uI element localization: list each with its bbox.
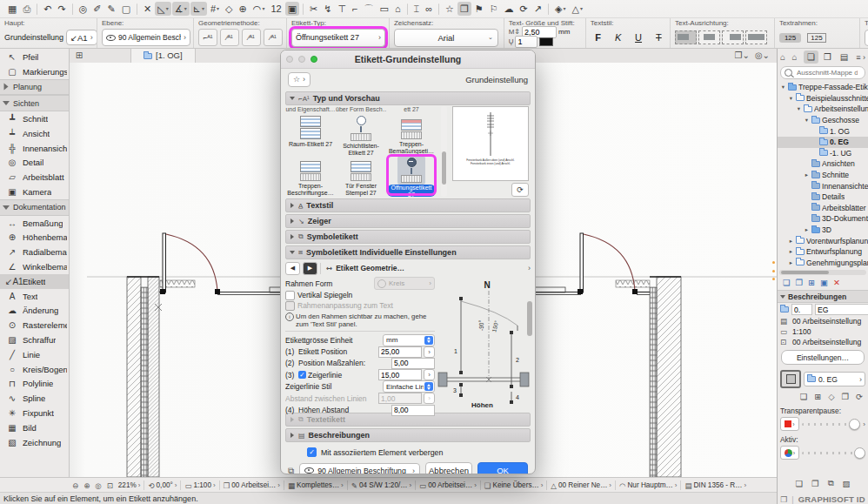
figure-12-icon[interactable]: 12 [268,2,284,16]
tool-winkelbemassung[interactable]: ∠Winkelbemaßung [0,259,69,274]
gravity-icon[interactable]: ⊕ [237,2,250,16]
tree-disclosure-icon[interactable]: ▸ [804,226,810,233]
etikett-typ-dropdown[interactable]: Öffnungsetikett 27› [291,29,385,47]
tool-pfeil[interactable]: ↖Pfeil [0,50,69,64]
align-right-button[interactable] [722,30,744,44]
corner-icon[interactable]: ⌐ [350,2,360,16]
snap-guides-icon[interactable]: ∡▾ [172,2,190,16]
toolbox-group-sichten[interactable]: Sichten [0,95,69,111]
tool-bemassung[interactable]: ↔Bemaßung [0,216,69,231]
quick-options-icon[interactable]: ⊞ [70,50,89,60]
camera-view-icon[interactable]: ◎⌄ [755,50,770,60]
tool-ansicht[interactable]: ┷Ansicht [0,126,69,141]
tool-linie[interactable]: ╱Linie [0,347,69,362]
save-icon[interactable]: ⎙ [20,2,33,16]
dialog-layer-dropdown[interactable]: 90 Allgemein Beschriftung› [299,463,420,475]
value-options-button[interactable]: › [424,369,435,380]
renovation-filter[interactable]: △00 Reiner Ne…› [548,481,614,490]
link-icon[interactable]: ∞ [423,2,435,16]
tree-horizontal-scrollbar[interactable] [779,270,866,275]
tool-fixpunkt[interactable]: ✳Fixpunkt [0,406,69,420]
textframe-on-button[interactable]: 125 [807,33,825,43]
align-justify-button[interactable] [745,30,767,44]
new-clone-folder-icon[interactable]: ⊞ [808,278,815,287]
active-story-dropdown[interactable]: 0. EG› [804,372,865,386]
shape-icon[interactable]: ◈▾ [552,2,568,16]
pen-set[interactable]: ✎04 S/W 1:20/…› [349,481,414,490]
graphic-override[interactable]: ❏Keine Übers…› [482,481,546,490]
nav-tab-project[interactable]: ⌂ [787,50,802,64]
tree-vorentwurfsplanung[interactable]: ▸Vorentwurfsplanung [778,235,868,246]
zeigerlinie-checkbox[interactable]: ✓ [298,371,306,379]
trace-toggle-button[interactable] [780,370,801,388]
flag-alt-icon[interactable]: ⚐ [487,2,501,16]
tree-geschosse[interactable]: ▾Geschosse [778,115,868,126]
type-grid-scrollbar[interactable] [441,106,447,197]
ok-button[interactable]: OK [477,462,528,474]
grid-snap-icon[interactable]: #▾ [208,2,222,16]
tool-etikett[interactable]: ↙A1Etikett [0,274,69,289]
favorites-apply-icon[interactable]: ▨ [842,479,850,488]
tree-arbeitseinstellung[interactable]: ▾Arbeitseinstellung [778,104,868,115]
pane-layout-icon[interactable]: ❐⌄ [735,50,750,60]
delete-icon[interactable]: ✕ [833,278,840,287]
search-input[interactable] [795,68,859,77]
geometry-method-4-button[interactable]: ∕ᴬ¹ [264,29,283,46]
new-viewpoint-icon[interactable]: ❐ [796,278,804,287]
copy-reference-icon[interactable]: ❐ [842,392,850,401]
next-page-button[interactable]: ▶ [303,262,317,275]
cloud-icon[interactable]: ☁ [502,2,517,16]
new-folder-icon[interactable]: ❏ [783,278,791,287]
hide-with-element-checkbox[interactable]: ✓ [307,447,317,457]
toolbox-group-planung[interactable]: Planung [0,79,69,96]
section-symboletikett-individuell[interactable]: ⧈ Symboletikett Individuelle Einstellung… [285,245,531,259]
zoom-out-icon[interactable]: ⊖ [70,481,81,490]
layer-combination[interactable]: ❒00 Arbeitsei…› [221,481,283,490]
beschreibungen-section-header[interactable]: Beschreibungen [778,290,868,303]
tree-beispielausschnitte[interactable]: ▾Beispielausschnitte [778,93,868,104]
tool-spline[interactable]: ∿Spline [0,391,69,406]
tree-0-eg[interactable]: 0. EG [778,137,868,148]
active-tool-button[interactable]: ↙A1› [66,30,97,45]
underline-button[interactable]: U [631,30,645,44]
section-textstil[interactable]: A̲ Textstil [285,198,531,212]
editing-plane-icon[interactable]: ◇ [223,2,235,16]
tool-radialbemassung[interactable]: ↗Radialbemaßung [0,245,69,259]
rotate-reference-icon[interactable]: ◇ [828,392,834,401]
refresh-reference-icon[interactable]: ⟳ [856,392,863,401]
tool-arbeitsblatt[interactable]: ▱Arbeitsblatt [0,170,69,185]
scissors-icon[interactable]: ✂ [307,2,320,16]
tool-kreis-bogen[interactable]: ○Kreis/Bogen [0,362,69,377]
geometry-method-3-button[interactable]: ∕ᴬ¹ [242,29,261,46]
structure-display[interactable]: ▦Komplettes…› [285,481,346,490]
tree-disclosure-icon[interactable]: ▾ [788,95,794,102]
flag-icon[interactable]: ⚑ [472,2,486,16]
lock-icon[interactable]: ◠▾ [250,2,268,16]
snap-points-icon[interactable]: ⊾▾ [190,2,207,16]
undo-icon[interactable]: ↶ [41,2,54,16]
slider-options-button[interactable]: › [863,420,865,428]
transparency-slider[interactable] [802,423,860,426]
arc-icon[interactable]: ⌒ [362,2,377,16]
nav-tab-publisher[interactable]: ▤ [837,50,851,64]
level-dimension-icon[interactable]: ⊤ [335,2,349,16]
compass-icon[interactable]: △▾ [569,2,584,16]
cloud-sync-icon[interactable]: ⟳ [517,2,531,16]
beam-icon[interactable]: ⌶ [411,2,423,16]
textframe-off-button[interactable]: 125 [779,33,801,43]
strikethrough-button[interactable]: T [651,30,666,44]
viewpoint-name-field[interactable] [815,304,868,315]
scale[interactable]: ▭1:100› [182,481,217,490]
tab-1-og[interactable]: [1. OG] [130,49,196,63]
tree-disclosure-icon[interactable]: ▾ [780,84,786,91]
tree-disclosure-icon[interactable]: ▸ [788,248,794,255]
type-oeffnungsetikett[interactable]: Öffnungsetikett 27 [386,155,437,197]
toolbox-group-dokumentation[interactable]: Dokumentation [0,199,69,216]
redo-icon[interactable]: ↷ [55,2,68,16]
tree-3d[interactable]: ▸3D [778,225,868,236]
align-center-button[interactable] [698,30,720,44]
tool-kamera[interactable]: ▣Kamera [0,185,69,199]
page-list-button[interactable]: › [528,264,531,272]
partial-structure[interactable]: ◠Nur Hauptm…› [617,481,679,490]
nav-tab-layouts[interactable]: ❒ [820,50,835,64]
